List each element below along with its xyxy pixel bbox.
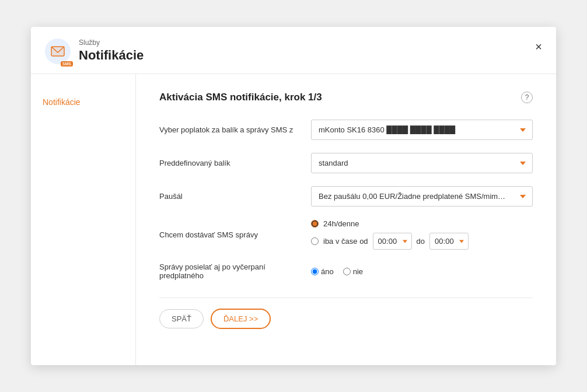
time-to-select[interactable]: 00:00 — [429, 233, 469, 250]
time-to-label: do — [417, 237, 425, 246]
time-to-wrapper: 00:00 — [429, 233, 469, 250]
sms-badge: SMS — [61, 61, 73, 66]
next-button[interactable]: ĎALEJ >> — [211, 309, 271, 329]
field-label-package: Preddefinovaný balík — [159, 159, 311, 167]
field-label-after-quota: Správy posielať aj po vyčerpaní predplat… — [159, 262, 311, 280]
field-control-account: mKonto SK16 8360 ████ ████ ████ — [311, 120, 533, 140]
time-from-select[interactable]: 00:00 — [373, 233, 412, 250]
field-control-pausal: Bez paušálu 0,00 EUR/Žiadne predplatené … — [311, 186, 533, 206]
pausal-select-wrapper: Bez paušálu 0,00 EUR/Žiadne predplatené … — [311, 186, 533, 206]
modal: SMS Služby Notifikácie × Notifikácie Akt… — [31, 27, 556, 365]
radio-label-no[interactable]: nie — [343, 267, 363, 276]
field-control-sms-time: 24h/denne iba v čase od 00:00 do — [311, 219, 533, 250]
back-button[interactable]: SPÄŤ — [159, 309, 204, 328]
radio-time[interactable] — [311, 237, 319, 245]
sms-time-radio-group: 24h/denne iba v čase od 00:00 do — [311, 219, 533, 250]
radio-row-time: iba v čase od 00:00 do 00:00 — [311, 233, 533, 250]
account-select[interactable]: mKonto SK16 8360 ████ ████ ████ — [311, 120, 533, 140]
radio-label-yes[interactable]: áno — [311, 267, 334, 276]
help-button[interactable]: ? — [521, 92, 533, 103]
field-label-account: Vyber poplatok za balík a správy SMS z — [159, 125, 311, 134]
close-button[interactable]: × — [533, 38, 544, 55]
sidebar: Notifikácie — [31, 74, 136, 365]
field-control-after-quota: áno nie — [311, 267, 533, 276]
form-row-account: Vyber poplatok za balík a správy SMS z m… — [159, 120, 533, 140]
form-row-sms-time: Chcem dostávať SMS správy 24h/denne iba … — [159, 219, 533, 250]
section-title: Aktivácia SMS notifikácie, krok 1/3 ? — [159, 92, 533, 103]
field-control-package: standard — [311, 153, 533, 173]
time-from-wrapper: 00:00 — [373, 233, 412, 250]
package-select[interactable]: standard — [311, 153, 533, 173]
header-title: Notifikácie — [79, 48, 144, 63]
form-row-pausal: Paušál Bez paušálu 0,00 EUR/Žiadne predp… — [159, 186, 533, 206]
radio-row-24h: 24h/denne — [311, 219, 533, 228]
after-quota-radio-group: áno nie — [311, 267, 533, 276]
modal-body: Notifikácie Aktivácia SMS notifikácie, k… — [31, 74, 556, 365]
form-row-after-quota: Správy posielať aj po vyčerpaní predplat… — [159, 262, 533, 280]
sidebar-item-notifikacie[interactable]: Notifikácie — [31, 92, 135, 113]
radio-label-24h[interactable]: 24h/denne — [323, 219, 359, 228]
radio-yes[interactable] — [311, 268, 319, 275]
footer-row: SPÄŤ ĎALEJ >> — [159, 298, 533, 329]
header-text: Služby Notifikácie — [79, 38, 144, 63]
form-row-package: Preddefinovaný balík standard — [159, 153, 533, 173]
header-subtitle: Služby — [79, 38, 144, 47]
sms-icon: SMS — [45, 38, 71, 64]
radio-label-time[interactable]: iba v čase od — [323, 237, 368, 246]
modal-header: SMS Služby Notifikácie × — [31, 27, 556, 74]
main-content: Aktivácia SMS notifikácie, krok 1/3 ? Vy… — [136, 74, 556, 365]
pausal-select[interactable]: Bez paušálu 0,00 EUR/Žiadne predplatené … — [311, 186, 533, 206]
field-label-sms-time: Chcem dostávať SMS správy — [159, 230, 311, 239]
radio-no[interactable] — [343, 268, 351, 275]
package-select-wrapper: standard — [311, 153, 533, 173]
account-select-wrapper: mKonto SK16 8360 ████ ████ ████ — [311, 120, 533, 140]
field-label-pausal: Paušál — [159, 192, 311, 201]
radio-24h[interactable] — [311, 220, 319, 228]
